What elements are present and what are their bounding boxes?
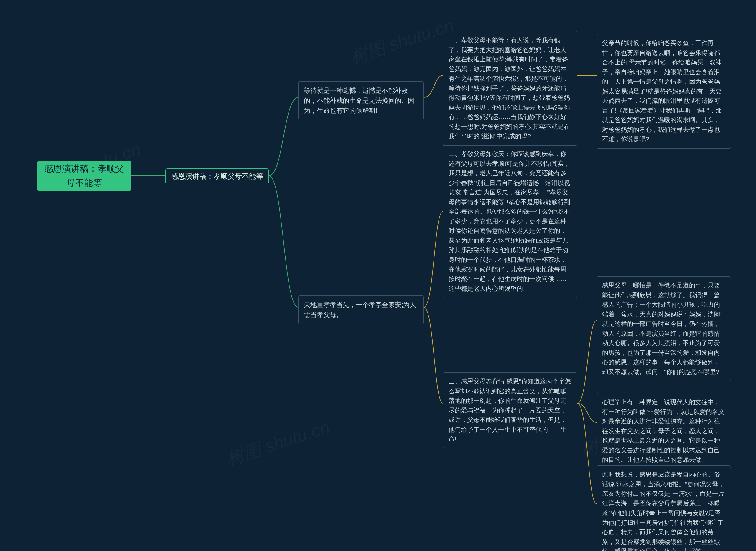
hub-node[interactable]: 感恩演讲稿：孝顺父母不能等 bbox=[165, 168, 269, 184]
leaf-node-three-c[interactable]: 此时我想说，感恩是应该是发自内心的。俗话说"滴水之恩，当涌泉相报。"更何况父母，… bbox=[597, 465, 731, 551]
leaf-node-three[interactable]: 三、感恩父母养育情"感恩"你知道这两个字怎么写却不能认识到它的真正含义，从你呱呱… bbox=[443, 372, 577, 449]
leaf-three-b-label: 心理学上有一种界定，说现代人的交往中，有一种行为叫做"非爱行为"，就是以爱的名义… bbox=[602, 397, 725, 465]
leaf-three-c-label: 此时我想说，感恩是应该是发自内心的。俗话说"滴水之恩，当涌泉相报。"更何况父母，… bbox=[602, 470, 725, 551]
watermark: 树图 shutu.cn bbox=[223, 415, 333, 471]
mid-a-label: 等待就是一种遗憾，遗憾是不能补救的，不能补就的生命是无法挽回的。因为，生命也有它… bbox=[304, 86, 418, 116]
leaf-three-label: 三、感恩父母养育情"感恩"你知道这两个字怎么写却不能认识到它的真正含义，从你呱呱… bbox=[449, 377, 572, 444]
leaf-three-a-label: 感恩父母，哪怕是一件微不足道的事，只要能让他们感到欣慰，这就够了。我记得一篇感人… bbox=[602, 281, 725, 377]
leaf-node-three-a[interactable]: 感恩父母，哪怕是一件微不足道的事，只要能让他们感到欣慰，这就够了。我记得一篇感人… bbox=[597, 276, 731, 381]
leaf-two-label: 二、孝敬父母如敬天：你应该感到庆幸，你还有父母可以去孝顺!可是你并不珍惜!其实，… bbox=[449, 149, 572, 294]
root-node[interactable]: 感恩演讲稿：孝顺父母不能等 bbox=[37, 161, 131, 190]
watermark: 树图 shutu.cn bbox=[347, 14, 457, 69]
leaf-node-two[interactable]: 二、孝敬父母如敬天：你应该感到庆幸，你还有父母可以去孝顺!可是你并不珍惜!其实，… bbox=[443, 145, 577, 298]
leaf-node-three-b[interactable]: 心理学上有一种界定，说现代人的交往中，有一种行为叫做"非爱行为"，就是以爱的名义… bbox=[597, 393, 731, 469]
mid-node-b[interactable]: 天地重孝孝当先，一个孝字全家安;为人需当孝父母。 bbox=[298, 296, 424, 325]
hub-label: 感恩演讲稿：孝顺父母不能等 bbox=[171, 171, 263, 182]
leaf-node-one-right[interactable]: 父亲节的时候，你给咱爸买条鱼，工作再忙，你也要亲自给送去啊，咱爸会乐得嘴都合不上… bbox=[597, 34, 731, 149]
mid-node-a[interactable]: 等待就是一种遗憾，遗憾是不能补救的，不能补就的生命是无法挽回的。因为，生命也有它… bbox=[298, 81, 424, 120]
leaf-node-one[interactable]: 一、孝敬父母不能等：有人说，等我有钱了，我要大把大把的塞给爸爸妈妈，让老人家坐在… bbox=[443, 31, 577, 146]
leaf-one-label: 一、孝敬父母不能等：有人说，等我有钱了，我要大把大把的塞给爸爸妈妈，让老人家坐在… bbox=[449, 35, 572, 141]
leaf-one-right-label: 父亲节的时候，你给咱爸买条鱼，工作再忙，你也要亲自给送去啊，咱爸会乐得嘴都合不上… bbox=[602, 38, 725, 144]
mid-b-label: 天地重孝孝当先，一个孝字全家安;为人需当孝父母。 bbox=[304, 300, 418, 320]
root-label: 感恩演讲稿：孝顺父母不能等 bbox=[42, 162, 126, 190]
